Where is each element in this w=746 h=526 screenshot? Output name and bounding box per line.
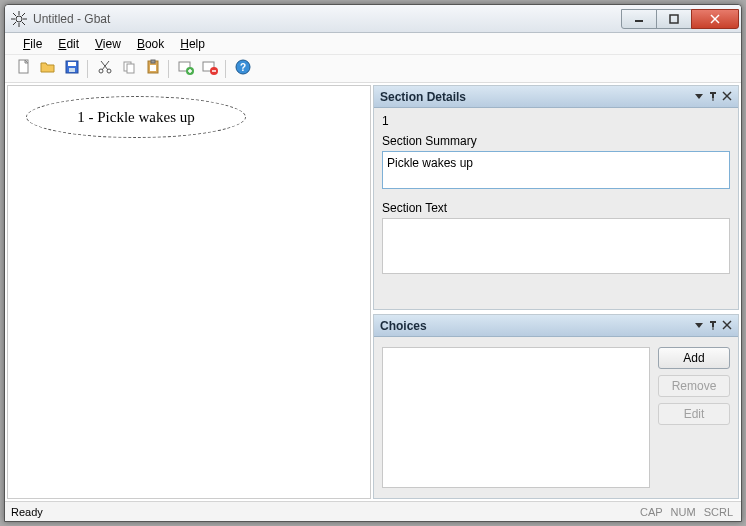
edit-choice-button[interactable]: Edit bbox=[658, 403, 730, 425]
client-area: 1 - Pickle wakes up Section Details 1 S bbox=[5, 83, 741, 501]
svg-line-8 bbox=[13, 22, 16, 25]
panel-close-icon[interactable] bbox=[722, 90, 732, 104]
help-button[interactable]: ? bbox=[232, 58, 254, 80]
choices-list[interactable] bbox=[382, 347, 650, 488]
svg-line-20 bbox=[102, 61, 109, 70]
status-scrl: SCRL bbox=[702, 506, 735, 518]
svg-marker-42 bbox=[695, 323, 703, 328]
toolbar-separator bbox=[87, 60, 88, 78]
choices-buttons: Add Remove Edit bbox=[658, 347, 730, 488]
panel-menu-icon[interactable] bbox=[694, 90, 704, 104]
section-text-label: Section Text bbox=[382, 201, 730, 215]
toolbar-separator bbox=[168, 60, 169, 78]
section-text-input[interactable] bbox=[382, 218, 730, 274]
svg-rect-10 bbox=[670, 15, 678, 23]
section-node-label: 1 - Pickle wakes up bbox=[77, 109, 194, 126]
menu-view[interactable]: View bbox=[87, 35, 129, 53]
menubar: File Edit View Book Help bbox=[5, 33, 741, 55]
section-id-label: 1 bbox=[382, 114, 730, 128]
panel-pin-icon[interactable] bbox=[708, 319, 718, 333]
folder-open-icon bbox=[40, 59, 56, 78]
svg-point-0 bbox=[16, 16, 22, 22]
paste-button[interactable] bbox=[142, 58, 164, 80]
panel-menu-icon[interactable] bbox=[694, 319, 704, 333]
remove-section-button[interactable] bbox=[199, 58, 221, 80]
graph-canvas[interactable]: 1 - Pickle wakes up bbox=[7, 85, 371, 499]
toolbar-separator bbox=[225, 60, 226, 78]
panel-pin-icon[interactable] bbox=[708, 90, 718, 104]
svg-line-21 bbox=[101, 61, 108, 70]
status-cap: CAP bbox=[638, 506, 665, 518]
status-left: Ready bbox=[11, 506, 43, 518]
svg-rect-23 bbox=[127, 64, 134, 73]
toolbar: ? bbox=[5, 55, 741, 83]
svg-rect-17 bbox=[69, 68, 75, 72]
svg-marker-36 bbox=[695, 94, 703, 99]
save-icon bbox=[64, 59, 80, 78]
section-details-body: 1 Section Summary Section Text bbox=[374, 108, 738, 309]
copy-icon bbox=[121, 59, 137, 78]
section-details-header: Section Details bbox=[374, 86, 738, 108]
svg-rect-26 bbox=[150, 65, 156, 71]
add-section-button[interactable] bbox=[175, 58, 197, 80]
section-details-title: Section Details bbox=[380, 90, 466, 104]
save-button[interactable] bbox=[61, 58, 83, 80]
copy-button[interactable] bbox=[118, 58, 140, 80]
svg-rect-38 bbox=[710, 92, 716, 94]
svg-line-6 bbox=[22, 22, 25, 25]
minimize-button[interactable] bbox=[621, 9, 657, 29]
svg-line-5 bbox=[13, 13, 16, 16]
open-file-button[interactable] bbox=[37, 58, 59, 80]
choices-title: Choices bbox=[380, 319, 427, 333]
window-title: Untitled - Gbat bbox=[33, 12, 110, 26]
menu-edit[interactable]: Edit bbox=[50, 35, 87, 53]
section-summary-label: Section Summary bbox=[382, 134, 730, 148]
section-summary-input[interactable] bbox=[382, 151, 730, 189]
remove-section-icon bbox=[202, 59, 218, 78]
maximize-button[interactable] bbox=[656, 9, 692, 29]
paste-icon bbox=[145, 59, 161, 78]
menu-help[interactable]: Help bbox=[172, 35, 213, 53]
statusbar: Ready CAP NUM SCRL bbox=[5, 501, 741, 521]
panel-close-icon[interactable] bbox=[722, 319, 732, 333]
svg-line-7 bbox=[22, 13, 25, 16]
section-node[interactable]: 1 - Pickle wakes up bbox=[26, 96, 246, 138]
app-icon bbox=[11, 11, 27, 27]
new-file-icon bbox=[16, 59, 32, 78]
scissors-icon bbox=[97, 59, 113, 78]
app-window: Untitled - Gbat File Edit View Book Help bbox=[4, 4, 742, 522]
svg-rect-44 bbox=[710, 321, 716, 323]
choices-body: Add Remove Edit bbox=[374, 337, 738, 498]
svg-rect-9 bbox=[635, 20, 643, 22]
status-right: CAP NUM SCRL bbox=[638, 506, 735, 518]
section-details-panel: Section Details 1 Section Summary Sectio… bbox=[373, 85, 739, 310]
choices-header: Choices bbox=[374, 315, 738, 337]
menu-book[interactable]: Book bbox=[129, 35, 172, 53]
add-section-icon bbox=[178, 59, 194, 78]
help-icon: ? bbox=[235, 59, 251, 78]
right-panels: Section Details 1 Section Summary Sectio… bbox=[373, 85, 739, 499]
new-file-button[interactable] bbox=[13, 58, 35, 80]
svg-rect-25 bbox=[151, 60, 155, 63]
choices-panel: Choices Add Remove Edit bbox=[373, 314, 739, 499]
svg-text:?: ? bbox=[240, 62, 246, 73]
window-controls bbox=[622, 9, 739, 29]
svg-rect-16 bbox=[68, 62, 76, 66]
cut-button[interactable] bbox=[94, 58, 116, 80]
add-choice-button[interactable]: Add bbox=[658, 347, 730, 369]
close-button[interactable] bbox=[691, 9, 739, 29]
titlebar: Untitled - Gbat bbox=[5, 5, 741, 33]
menu-file[interactable]: File bbox=[15, 35, 50, 53]
status-num: NUM bbox=[669, 506, 698, 518]
remove-choice-button[interactable]: Remove bbox=[658, 375, 730, 397]
